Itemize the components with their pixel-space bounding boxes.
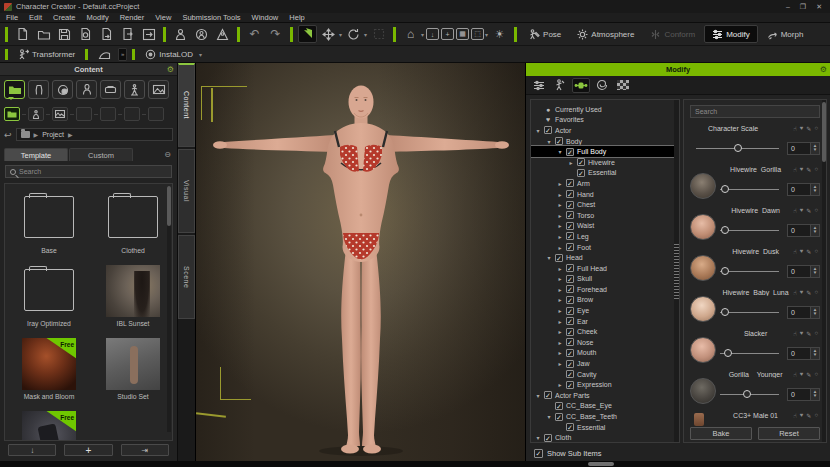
thumbs-up-icon[interactable]: ☝ [793,371,797,378]
heart-icon[interactable]: ♥ [800,248,804,255]
value-spinner[interactable]: ▲▼ [811,306,820,319]
home-camera-button[interactable]: ⌂ [401,25,420,43]
category-project-button[interactable] [4,80,25,99]
character-preset-button[interactable] [171,25,190,43]
dot-icon[interactable]: ○ [814,125,818,132]
tree-checkbox[interactable]: ✓ [566,275,574,283]
side-tab-content[interactable]: Content [178,63,195,147]
tree-item[interactable]: ▸✓ Leg [531,231,679,242]
tree-item[interactable]: ▸✓ Mouth [531,348,679,359]
expander-icon[interactable]: ▸ [557,201,563,208]
morph-value-input[interactable]: 0 [787,347,811,360]
dot-icon[interactable]: ○ [814,207,818,214]
morph-slider-handle[interactable] [734,144,742,152]
tree-checkbox[interactable]: ✓ [566,222,574,230]
new-project-button[interactable] [13,25,32,43]
tree-item[interactable]: ▾✓ Actor [531,125,679,136]
menu-render[interactable]: Render [120,13,145,22]
tree-checkbox[interactable]: ✓ [566,317,574,325]
expander-icon[interactable]: ▸ [557,233,563,240]
edit-icon[interactable]: ✎ [806,371,811,378]
content-item[interactable]: Studio Set [97,338,169,401]
category-actor-button[interactable] [76,80,97,99]
collapse-icon[interactable]: ⊖ [164,150,171,159]
morph-slider-handle[interactable] [743,390,751,398]
thumbs-up-icon[interactable]: ☝ [793,412,797,419]
value-spinner[interactable]: ▲▼ [811,388,820,401]
camera-frame-add-button[interactable]: + [441,28,454,40]
tree-item[interactable]: ▸✓ Full Head [531,263,679,274]
tree-item[interactable]: ▸✓ Chest [531,199,679,210]
expander-icon[interactable]: ▸ [557,212,563,219]
side-tab-scene[interactable]: Scene [178,235,195,319]
tree-checkbox[interactable]: ✓ [544,434,552,442]
morph-slider-handle[interactable] [721,226,729,234]
filter-actor-slot[interactable] [28,107,44,121]
tab-appearance-icon[interactable] [551,78,569,93]
side-tab-visual[interactable]: Visual [178,149,195,233]
tree-item[interactable]: ▸✓ Eye [531,305,679,316]
morph-slider-track[interactable] [720,189,779,190]
atmosphere-mode-button[interactable]: Atmosphere [570,25,641,43]
dot-icon[interactable]: ○ [814,166,818,173]
tree-checkbox[interactable]: ✓ [555,402,563,410]
category-accessory-button[interactable] [100,80,121,99]
expander-icon[interactable]: ▸ [557,318,563,325]
tree-checkbox[interactable]: ✓ [566,349,574,357]
tree-checkbox[interactable]: ✓ [566,190,574,198]
transformer-button[interactable]: Transformer [13,49,80,60]
tree-checkbox[interactable]: ✓ [544,391,552,399]
tree-checkbox[interactable]: ✓ [566,232,574,240]
thumbs-up-icon[interactable]: ☝ [793,289,797,296]
download-button[interactable]: ↓ [8,444,56,456]
filter-empty-slot-3[interactable] [124,107,140,121]
expander-icon[interactable]: ▾ [546,138,552,145]
camera-frame-grid-button[interactable]: ▦ [456,28,469,40]
tree-checkbox[interactable]: ✓ [566,360,574,368]
tree-checkbox[interactable]: ✓ [577,169,585,177]
content-item[interactable]: IBL Sunset [97,265,169,328]
tab-material-icon[interactable] [614,78,632,93]
tree-scrollbar[interactable] [674,100,679,442]
tree-checkbox[interactable]: ✓ [566,338,574,346]
tree-item[interactable]: ▾✓ Full Body [531,146,679,157]
tree-item[interactable]: ▸✓ Expression [531,379,679,390]
goz-button[interactable] [93,49,116,60]
tree-item[interactable]: ♥ Favorites [531,115,679,126]
expander-icon[interactable]: ▸ [557,381,563,388]
rotate-tool-caret[interactable]: ▾ [364,31,367,38]
move-tool-button[interactable] [319,25,338,43]
heart-icon[interactable]: ♥ [800,125,804,132]
expander-icon[interactable]: ▾ [535,127,541,134]
tree-item[interactable]: ▾✓ Body [531,136,679,147]
tree-item[interactable]: ✓ Cavity [531,369,679,380]
dot-icon[interactable]: ○ [814,371,818,378]
tree-item[interactable]: ▸✓ Brow [531,295,679,306]
morph-value-input[interactable]: 0 [787,265,811,278]
content-settings-icon[interactable]: ⚙ [167,64,174,75]
dot-icon[interactable]: ○ [814,248,818,255]
dot-icon[interactable]: ○ [814,412,818,419]
filter-all-slot[interactable] [4,107,20,121]
morph-slider-handle[interactable] [721,267,729,275]
tree-item[interactable]: ▸✓ Ear [531,316,679,327]
item-thumbnail[interactable]: Free [22,411,76,441]
home-camera-caret[interactable]: ▾ [421,31,424,38]
pose-mode-button[interactable]: Pose [522,25,568,43]
content-item[interactable]: Base [13,192,85,255]
content-item[interactable]: Free Mask and Bloom [13,338,85,401]
morph-value-input[interactable]: 0 [787,224,811,237]
tree-item[interactable]: ▾✓ Actor Parts [531,390,679,401]
value-spinner[interactable]: ▲▼ [811,347,820,360]
tree-checkbox[interactable]: ✓ [566,381,574,389]
tree-checkbox[interactable]: ✓ [555,413,563,421]
tab-morph-icon[interactable] [572,78,590,93]
expander-icon[interactable]: ▾ [546,413,552,420]
expander-icon[interactable]: ▸ [557,244,563,251]
open-project-button[interactable] [34,25,53,43]
tree-item[interactable]: ▸✓ Cheek [531,326,679,337]
tab-custom[interactable]: Custom [69,148,133,161]
tree-checkbox[interactable]: ✓ [566,179,574,187]
export-fbx-button[interactable] [118,25,137,43]
viewport-3d[interactable] [196,63,525,461]
